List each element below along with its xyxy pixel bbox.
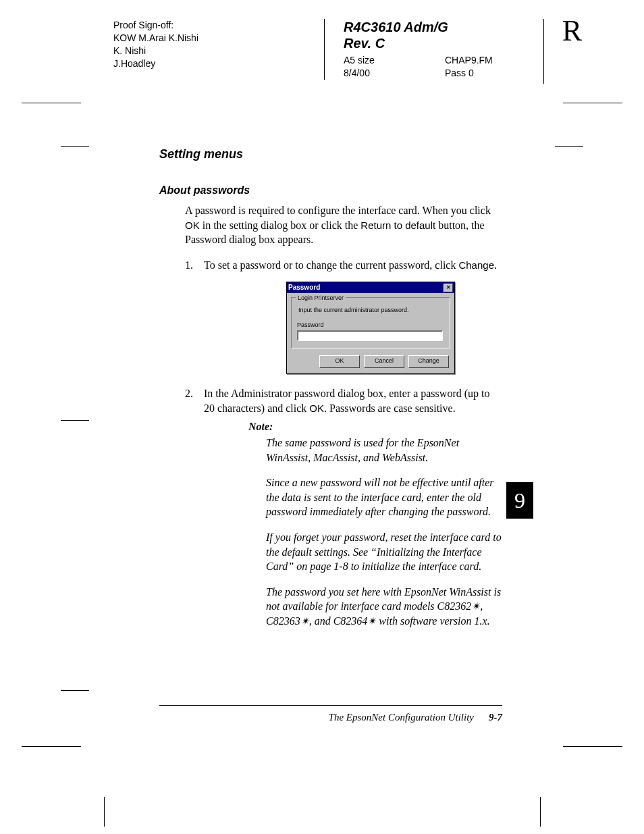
heading-about-passwords: About passwords — [159, 184, 502, 197]
dialog-titlebar: Password ✕ — [287, 282, 454, 293]
crop-mark — [563, 746, 622, 747]
crop-mark — [22, 103, 81, 103]
proof-signoff: Proof Sign-off: KOW M.Arai K.Nishi K. Ni… — [113, 19, 324, 80]
ui-term-change: Change — [458, 259, 494, 271]
crop-mark — [555, 146, 583, 147]
text: A password is required to configure the … — [185, 205, 491, 216]
password-input[interactable] — [297, 330, 443, 341]
crop-mark — [22, 746, 81, 747]
password-dialog: Password ✕ Login Printserver Input the c… — [286, 282, 455, 374]
password-field-label: Password — [297, 321, 444, 329]
text: in the setting dialog box or click the — [200, 219, 361, 231]
note-paragraph: Since a new password will not be effecti… — [266, 475, 502, 519]
crop-mark — [563, 103, 622, 103]
doc-pass: Pass 0 — [445, 67, 546, 80]
footer-page: 9-7 — [489, 712, 502, 723]
proof-line: K. Nishi — [113, 45, 324, 57]
dialog-title: Password — [288, 283, 320, 292]
doc-meta: R4C3610 Adm/G Rev. C A5 size CHAP9.FM 8/… — [329, 19, 546, 80]
crop-mark — [104, 797, 105, 827]
crop-mark — [61, 690, 89, 691]
page-footer: The EpsonNet Configuration Utility 9-7 — [159, 705, 502, 723]
note-paragraph: If you forget your password, reset the i… — [266, 530, 502, 574]
ui-term-ok: OK — [185, 219, 200, 231]
doc-title: R4C3610 Adm/G — [344, 19, 546, 35]
proof-line: KOW M.Arai K.Nishi — [113, 32, 324, 45]
doc-rev: Rev. C — [344, 35, 546, 51]
proof-label: Proof Sign-off: — [113, 19, 324, 32]
change-button[interactable]: Change — [408, 355, 449, 368]
crop-mark — [61, 420, 89, 421]
text: To set a password or to change the curre… — [204, 259, 458, 271]
ui-term-return-default: Return to default — [360, 219, 435, 231]
heading-setting-menus: Setting menus — [159, 147, 502, 161]
header-divider — [543, 19, 544, 84]
doc-size: A5 size — [344, 54, 445, 67]
crop-mark — [61, 146, 89, 147]
crop-mark — [540, 797, 541, 827]
step-1: To set a password or to change the curre… — [185, 258, 502, 374]
footer-title: The EpsonNet Configuration Utility — [329, 712, 474, 723]
chapter-tab: 9 — [506, 482, 533, 519]
ui-term-ok: OK — [309, 402, 324, 414]
doc-file: CHAP9.FM — [445, 54, 546, 67]
cancel-button[interactable]: Cancel — [364, 355, 404, 368]
proof-line: J.Hoadley — [113, 57, 324, 70]
text: . — [494, 259, 497, 271]
step-2: In the Administrator password dialog box… — [185, 386, 502, 628]
dialog-instruction: Input the current administrator password… — [298, 306, 444, 314]
note-paragraph: The password you set here with EpsonNet … — [266, 585, 502, 629]
text: . Passwords are case sensitive. — [324, 402, 456, 414]
header-divider — [324, 19, 325, 80]
login-groupbox: Login Printserver Input the current admi… — [291, 297, 450, 348]
group-label: Login Printserver — [296, 294, 346, 302]
note-paragraph: The same password is used for the EpsonN… — [266, 436, 502, 465]
close-icon[interactable]: ✕ — [444, 284, 453, 292]
ok-button[interactable]: OK — [319, 355, 360, 368]
note-label: Note: — [248, 419, 502, 434]
corner-letter: R — [562, 14, 582, 48]
doc-date: 8/4/00 — [344, 67, 445, 80]
intro-paragraph: A password is required to configure the … — [185, 203, 502, 247]
